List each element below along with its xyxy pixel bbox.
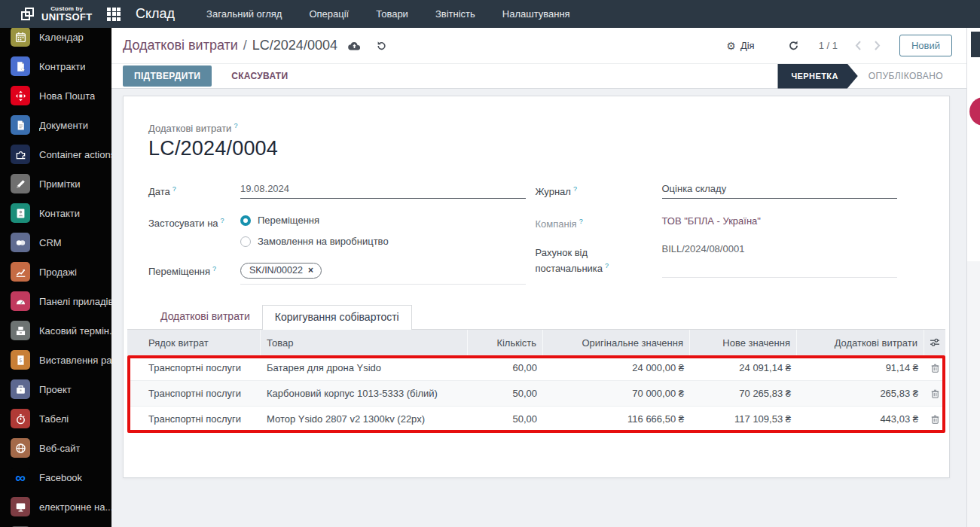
cell-new-value: 70 265,83 ₴ <box>690 388 797 399</box>
sidebar-item-container-actions[interactable]: Container actions <box>0 145 111 164</box>
form-sheet: Додаткові витрати? LC/2024/0004 Дата? 19… <box>123 96 950 478</box>
table-header-row: Рядок витратТоварКількістьОригінальне зн… <box>127 330 945 355</box>
sidebar-item-crm[interactable]: CRM <box>0 233 111 252</box>
action-menu[interactable]: ⚙ Дія <box>726 40 754 51</box>
confirm-button[interactable]: ПІДТВЕРДИТИ <box>123 65 212 87</box>
nova-poshta-icon <box>11 86 30 105</box>
transfer-tag[interactable]: SK/IN/00022 × <box>240 263 322 279</box>
radio-unselected-icon[interactable] <box>240 236 251 247</box>
sidebar-item-табелі[interactable]: Табелі <box>0 409 111 428</box>
sidebar-item-label: Проект <box>39 384 72 395</box>
stopwatch-icon <box>11 409 30 428</box>
sidebar-item-label: Контракти <box>39 61 85 72</box>
sidebar-item-label: Документи <box>39 120 88 131</box>
sidebar-item-продажі[interactable]: Продажі <box>0 262 111 282</box>
breadcrumb-parent-link[interactable]: Додаткові витрати <box>123 38 238 53</box>
table-row-2[interactable]: Транспортні послугиМотор Ysido 2807 v2 1… <box>127 407 945 432</box>
vendor-bill-field[interactable]: BILL/2024/08/0001 <box>662 243 897 278</box>
sidebar-item-контакти[interactable]: Контакти <box>0 203 111 223</box>
unitsoft-logo[interactable]: Custom by UNITSOFT <box>0 6 111 22</box>
table-row-1[interactable]: Транспортні послугиКарбоновий корпус 101… <box>127 381 945 407</box>
sidebar-item-label: електронне на... <box>39 501 111 513</box>
cell-quantity: 60,00 <box>468 362 543 373</box>
column-header-5[interactable]: Додаткові витрати <box>797 330 924 355</box>
cell-cost-line: Транспортні послуги <box>127 388 261 399</box>
column-header-2[interactable]: Кількість <box>468 330 543 355</box>
date-field[interactable]: 19.08.2024 <box>240 183 526 199</box>
tab-0[interactable]: Додаткові витрати <box>148 305 262 331</box>
clipped-panel-fragment <box>971 32 980 57</box>
breadcrumb: Додаткові витрати / LC/2024/0004 <box>123 38 337 53</box>
column-header-4[interactable]: Нове значення <box>690 330 797 355</box>
company-field[interactable]: ТОВ "БПЛА - Україна" <box>662 215 897 230</box>
top-menu-item-2[interactable]: Товари <box>365 2 419 26</box>
sidebar-item-нова-пошта[interactable]: Нова Пошта <box>0 86 111 105</box>
journal-field[interactable]: Оцінка складу <box>662 183 897 199</box>
sidebar-item-проект[interactable]: Проект <box>0 379 111 399</box>
note-icon <box>11 174 30 193</box>
cell-new-value: 24 091,14 ₴ <box>690 362 797 373</box>
cell-quantity: 50,00 <box>468 413 543 425</box>
top-menu-item-3[interactable]: Звітність <box>425 2 486 26</box>
page-title: LC/2024/0004 <box>148 137 922 160</box>
new-button[interactable]: Новий <box>899 35 952 56</box>
stage-draft[interactable]: ЧЕРНЕТКА <box>777 64 857 89</box>
radio-selected-icon[interactable] <box>240 215 251 226</box>
sidebar-item-веб-сайт[interactable]: Веб-сайт <box>0 438 111 458</box>
sidebar-item-документи[interactable]: Документи <box>0 115 111 135</box>
globe-icon <box>11 438 30 458</box>
valuation-table: Рядок витратТоварКількістьОригінальне зн… <box>127 330 945 432</box>
pager-next-icon[interactable] <box>873 40 881 51</box>
cell-additional-cost: 91,14 ₴ <box>797 362 924 373</box>
tag-remove-icon[interactable]: × <box>308 265 313 276</box>
undo-icon[interactable] <box>376 41 386 51</box>
stage-posted[interactable]: ОПУБЛІКОВАНО <box>858 71 952 81</box>
contacts-icon <box>11 203 30 223</box>
sidebar-item-label: Касовий термін... <box>39 325 111 337</box>
sidebar-item-label: Нова Пошта <box>39 90 95 102</box>
sidebar-item-електронне-на-[interactable]: електронне на... <box>0 497 111 516</box>
top-menu-item-4[interactable]: Налаштування <box>492 2 581 26</box>
sidebar-item-label: Табелі <box>39 413 69 425</box>
delete-row-icon[interactable] <box>930 363 940 373</box>
doc-type-label: Додаткові витрати? <box>148 122 922 134</box>
sidebar-item-примітки[interactable]: Примітки <box>0 174 111 193</box>
cloud-save-icon[interactable] <box>348 41 361 50</box>
cancel-button[interactable]: СКАСУВАТИ <box>224 65 295 87</box>
crm-icon <box>11 233 30 252</box>
column-header-1[interactable]: Товар <box>261 330 468 355</box>
sidebar-item-facebook[interactable]: ∞Facebook <box>0 468 111 487</box>
content-background: Додаткові витрати? LC/2024/0004 Дата? 19… <box>111 89 966 527</box>
sidebar-item-контракти[interactable]: Контракти <box>0 56 111 76</box>
delete-row-icon[interactable] <box>930 388 940 399</box>
field-label-date: Дата? <box>148 183 240 199</box>
pager-counter: 1 / 1 <box>819 40 838 51</box>
control-panel: Додаткові витрати / LC/2024/0004 ⚙ Дія 1… <box>111 28 966 64</box>
project-icon <box>11 379 30 399</box>
apply-on-option-1[interactable]: Замовлення на виробництво <box>240 236 389 247</box>
sidebar-item-виставлення-ра-[interactable]: $Виставлення ра... <box>0 350 111 370</box>
radio-label: Переміщення <box>258 215 319 226</box>
clipped-right-panel <box>966 28 980 527</box>
refresh-icon[interactable] <box>788 40 799 51</box>
apps-grid-icon[interactable] <box>107 8 121 21</box>
column-header-3[interactable]: Оригінальне значення <box>543 330 690 355</box>
gauge-icon <box>11 291 30 311</box>
calendar-icon <box>11 28 30 47</box>
top-menu-item-0[interactable]: Загальний огляд <box>196 2 292 26</box>
sidebar-item-касовий-термін-[interactable]: Касовий термін... <box>0 321 111 340</box>
column-header-0[interactable]: Рядок витрат <box>127 330 261 355</box>
cell-quantity: 50,00 <box>468 388 543 399</box>
pager-previous-icon[interactable] <box>854 40 862 51</box>
app-name[interactable]: Склад <box>136 6 175 22</box>
apply-on-option-0[interactable]: Переміщення <box>240 215 389 226</box>
optional-columns-icon[interactable] <box>930 337 940 348</box>
help-marker: ? <box>234 122 237 129</box>
top-menu-item-1[interactable]: Операції <box>298 2 359 26</box>
sidebar-item-label: Панелі приладів <box>39 296 111 307</box>
sidebar-item-панелі-приладів[interactable]: Панелі приладів <box>0 291 111 311</box>
table-row-0[interactable]: Транспортні послугиБатарея для дрона Ysi… <box>127 355 945 381</box>
delete-row-icon[interactable] <box>930 414 940 425</box>
tab-1-active[interactable]: Коригування собівартості <box>262 305 412 331</box>
sidebar-item-календар[interactable]: Календар <box>0 28 111 47</box>
